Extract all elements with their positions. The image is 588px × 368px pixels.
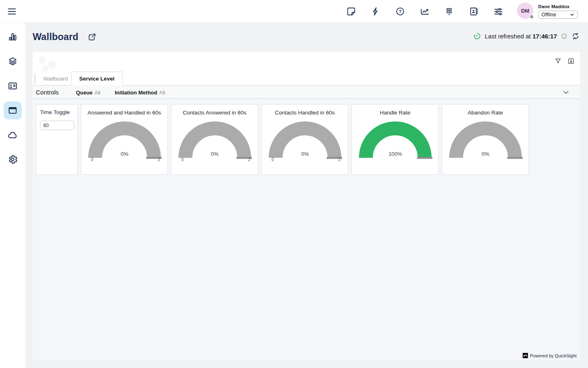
open-external-icon[interactable] (87, 32, 97, 42)
metrics-icon[interactable] (412, 0, 437, 23)
download-icon[interactable] (567, 57, 575, 65)
controls-label: Controls (36, 89, 59, 96)
gauge-title: Answered and Handled in 60s (81, 110, 167, 116)
refresh-icon[interactable] (571, 32, 580, 40)
quicksight-label: Powered by QuickSight (530, 353, 577, 358)
svg-text:i: i (564, 35, 565, 38)
gauge-value: 0% (211, 151, 218, 157)
quick-actions-icon[interactable] (363, 0, 388, 23)
topbar: ? DM Dane Maddox (0, 0, 588, 23)
user-name: Dane Maddox (538, 4, 578, 9)
gauge-min: 0 (91, 157, 94, 162)
status-dot (529, 14, 534, 19)
svg-text:?: ? (399, 9, 401, 14)
timer-icon (473, 32, 481, 40)
chevron-down-icon (570, 12, 575, 17)
notes-icon[interactable] (339, 0, 363, 23)
gauge-max: 2 (338, 157, 341, 162)
quicksight-logo-icon (523, 353, 528, 358)
gauge-card-handle-rate: Handle Rate 100% (352, 104, 439, 175)
page-header: Wallboard Last refreshed at 17:46:17 i (25, 23, 588, 52)
avatar[interactable]: DM (517, 2, 533, 19)
refresh-time: 17:46:17 (532, 33, 557, 40)
gauge-title: Abandon Rate (442, 110, 528, 116)
powered-by-quicksight[interactable]: Powered by QuickSight (523, 353, 577, 358)
avatar-initials: DM (521, 8, 529, 14)
gauge-chart: 0% 0 2 (266, 119, 344, 162)
hamburger-menu-icon[interactable] (7, 6, 19, 17)
gauge-min: 0 (272, 157, 274, 162)
controls-collapse-chevron-icon[interactable] (562, 88, 570, 96)
filter-icon[interactable] (554, 57, 562, 65)
dashboard-sheet: Time Toggle Answered and Handled in 60s … (33, 99, 580, 361)
controls-row: Controls QueueAll Initiation MethodAll (33, 85, 580, 99)
topbar-icon-group: ? (339, 0, 510, 23)
info-icon[interactable]: i (561, 33, 568, 40)
status-value: Offline (541, 12, 556, 18)
gauge-chart: 0% 0 2 (86, 119, 163, 162)
gauge-value: 0% (120, 151, 128, 157)
gauge-card-abandon-rate: Abandon Rate 0% (442, 104, 529, 175)
gauge-title: Contacts Answered in 60s (172, 110, 258, 116)
help-icon[interactable]: ? (388, 0, 412, 23)
gauge-card-contacts-answered: Contacts Answered in 60s 0% 0 2 (171, 104, 258, 175)
settings-sliders-icon[interactable] (486, 0, 510, 23)
page-title: Wallboard (33, 31, 78, 43)
gauge-target-tick (417, 157, 432, 159)
sidebar-item-wallboard[interactable] (4, 101, 22, 119)
gauge-card-answered-handled: Answered and Handled in 60s 0% 0 2 (81, 104, 168, 175)
agent-directory-icon[interactable] (461, 0, 486, 23)
time-toggle-card: Time Toggle (36, 104, 78, 175)
gauge-value: 0% (301, 151, 309, 157)
filter-initiation-method[interactable]: Initiation MethodAll (115, 90, 165, 96)
sidebar-item-analytics[interactable] (4, 28, 22, 46)
panel-tools (554, 57, 575, 65)
sidebar (0, 23, 25, 368)
dialpad-icon[interactable] (437, 0, 461, 23)
filter-queue[interactable]: QueueAll (76, 90, 100, 96)
sidebar-item-settings[interactable] (4, 150, 22, 168)
gauge-max: 2 (158, 157, 160, 162)
gauge-card-contacts-handled: Contacts Handled in 60s 0% 0 2 (261, 104, 348, 175)
time-toggle-label: Time Toggle (40, 109, 74, 115)
sidebar-item-channels[interactable] (4, 52, 22, 70)
last-refreshed-text: Last refreshed at 17:46:17 (485, 33, 557, 40)
gauge-min: 0 (181, 157, 184, 162)
tab-service-level[interactable]: Service Level (71, 72, 122, 86)
gauge-max: 2 (248, 157, 250, 162)
gauge-value: 100% (388, 151, 402, 157)
tab-bar: Wallboard Service Level (33, 72, 580, 85)
sidebar-item-cloud[interactable] (4, 126, 22, 144)
watermark (35, 54, 64, 73)
gauge-value: 0% (481, 151, 489, 157)
sidebar-item-directory[interactable] (4, 77, 22, 95)
user-cluster: DM Dane Maddox Offline (517, 2, 578, 19)
dashboard-embed: Wallboard Service Level Controls QueueAl… (33, 52, 580, 361)
gauge-chart: 0% (447, 119, 524, 162)
gauge-target-tick (507, 157, 523, 159)
time-toggle-input[interactable] (40, 121, 74, 130)
gauge-chart: 0% 0 2 (176, 119, 254, 162)
gauge-title: Contacts Handled in 60s (262, 110, 348, 116)
gauge-chart: 100% (356, 119, 434, 162)
tab-scroll-stub (34, 73, 36, 84)
status-dropdown[interactable]: Offline (538, 11, 578, 19)
refresh-cluster: Last refreshed at 17:46:17 i (473, 32, 580, 40)
gauge-title: Handle Rate (352, 110, 438, 116)
tab-wallboard[interactable]: Wallboard (38, 72, 73, 85)
